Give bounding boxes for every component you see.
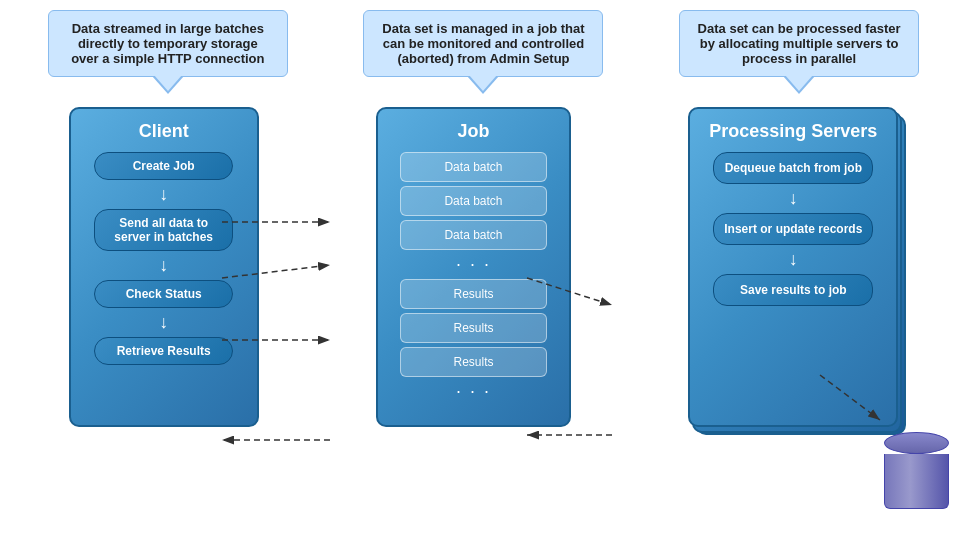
db-body [884, 454, 949, 509]
callout-processing-text: Data set can be processed faster by allo… [698, 21, 901, 66]
data-batch-1: Data batch [400, 152, 547, 182]
job-panel-title: Job [392, 121, 555, 142]
callout-client: Data streamed in large batches directly … [48, 10, 288, 77]
arrow-down-1: ↓ [85, 184, 243, 205]
arrow-down-5: ↓ [704, 249, 882, 270]
check-status-button[interactable]: Check Status [94, 280, 233, 308]
diagram-container: Data streamed in large batches directly … [0, 0, 967, 555]
insert-update-action: Insert or update records [713, 213, 873, 245]
processing-panel-title: Processing Servers [704, 121, 882, 142]
results-1: Results [400, 279, 547, 309]
client-panel-title: Client [85, 121, 243, 142]
dequeue-action: Dequeue batch from job [713, 152, 873, 184]
send-data-button[interactable]: Send all data to server in batches [94, 209, 233, 251]
dots-2: · · · [392, 381, 555, 402]
results-2: Results [400, 313, 547, 343]
callout-processing: Data set can be processed faster by allo… [679, 10, 919, 77]
arrow-down-2: ↓ [85, 255, 243, 276]
client-panel: Client Create Job ↓ Send all data to ser… [69, 107, 259, 427]
data-batch-3: Data batch [400, 220, 547, 250]
retrieve-results-button[interactable]: Retrieve Results [94, 337, 233, 365]
callouts-row: Data streamed in large batches directly … [10, 10, 957, 77]
save-results-action: Save results to job [713, 274, 873, 306]
create-job-button[interactable]: Create Job [94, 152, 233, 180]
results-3: Results [400, 347, 547, 377]
arrow-down-4: ↓ [704, 188, 882, 209]
database-cylinder [884, 432, 949, 517]
job-panel: Job Data batch Data batch Data batch · ·… [376, 107, 571, 427]
db-top [884, 432, 949, 454]
processing-wrapper: Processing Servers Dequeue batch from jo… [688, 107, 898, 427]
callout-job-text: Data set is managed in a job that can be… [382, 21, 584, 66]
processing-panel: Processing Servers Dequeue batch from jo… [688, 107, 898, 427]
arrow-down-3: ↓ [85, 312, 243, 333]
dots-1: · · · [392, 254, 555, 275]
panels-row: Client Create Job ↓ Send all data to ser… [10, 107, 957, 545]
callout-job: Data set is managed in a job that can be… [363, 10, 603, 77]
callout-client-text: Data streamed in large batches directly … [71, 21, 264, 66]
data-batch-2: Data batch [400, 186, 547, 216]
